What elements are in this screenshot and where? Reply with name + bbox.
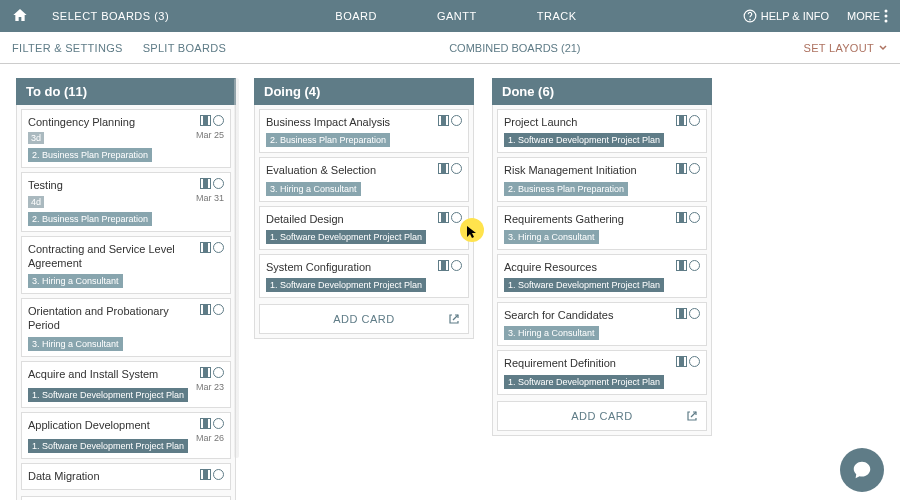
chevron-down-icon [878,43,888,53]
card-title: Contingency Planning [28,115,196,129]
card-indicators [438,115,462,126]
kanban-icon[interactable] [200,242,211,253]
kanban-icon[interactable] [438,115,449,126]
kanban-icon[interactable] [200,115,211,126]
kanban-icon[interactable] [676,356,687,367]
card[interactable]: Search for Candidates3. Hiring a Consult… [497,302,707,346]
select-boards-button[interactable]: SELECT BOARDS (3) [52,10,169,22]
tab-track[interactable]: TRACK [537,10,577,22]
column-todo: To do (11)Contingency Planning3dMar 252.… [16,78,236,500]
kanban-icon[interactable] [676,115,687,126]
add-card-button[interactable]: ADD CARD [259,304,469,334]
set-layout-button[interactable]: SET LAYOUT [804,42,888,54]
kanban-icon[interactable] [200,178,211,189]
card-indicators [676,356,700,367]
card[interactable]: Evaluation & Selection3. Hiring a Consul… [259,157,469,201]
card[interactable]: Acquire Resources1. Software Development… [497,254,707,298]
card[interactable]: Contracting and Service Level Agreement3… [21,236,231,295]
status-circle-icon[interactable] [213,418,224,429]
status-circle-icon[interactable] [689,163,700,174]
home-icon[interactable] [12,7,36,25]
card[interactable]: Detailed Design1. Software Development P… [259,206,469,250]
help-icon [743,9,757,23]
status-circle-icon[interactable] [451,163,462,174]
card[interactable]: Business Impact Analysis2. Business Plan… [259,109,469,153]
card-title: Risk Management Initiation [504,163,672,177]
more-button[interactable]: MORE [847,9,888,23]
card-title: Requirement Definition [504,356,672,370]
kanban-icon[interactable] [438,260,449,271]
card[interactable]: Testing4dMar 312. Business Plan Preparat… [21,172,231,231]
status-circle-icon[interactable] [689,260,700,271]
add-card-button[interactable]: ADD CARD [497,401,707,431]
column-body: Project Launch1. Software Development Pr… [492,105,712,436]
project-tag: 2. Business Plan Preparation [266,133,390,147]
card-indicators [200,469,224,480]
add-card-button[interactable]: ADD CARD [21,496,231,500]
status-circle-icon[interactable] [451,212,462,223]
kanban-icon[interactable] [200,367,211,378]
card[interactable]: Application DevelopmentMar 261. Software… [21,412,231,459]
project-tag: 1. Software Development Project Plan [504,278,664,292]
column-done: Done (6)Project Launch1. Software Develo… [492,78,712,436]
card[interactable]: Project Launch1. Software Development Pr… [497,109,707,153]
status-circle-icon[interactable] [213,242,224,253]
help-button[interactable]: HELP & INFO [743,9,829,23]
card-indicators [676,260,700,271]
kanban-icon[interactable] [676,308,687,319]
status-circle-icon[interactable] [689,356,700,367]
status-circle-icon[interactable] [451,115,462,126]
scrollbar[interactable] [234,78,239,458]
tab-gantt[interactable]: GANTT [437,10,477,22]
kanban-icon[interactable] [438,163,449,174]
status-circle-icon[interactable] [689,115,700,126]
card-title: Search for Candidates [504,308,672,322]
kanban-icon[interactable] [200,469,211,480]
tab-board[interactable]: BOARD [335,10,377,22]
status-circle-icon[interactable] [451,260,462,271]
card[interactable]: System Configuration1. Software Developm… [259,254,469,298]
project-tag: 1. Software Development Project Plan [28,439,188,453]
project-tag: 3. Hiring a Consultant [504,326,599,340]
kanban-icon[interactable] [676,163,687,174]
chat-icon [851,459,873,481]
status-circle-icon[interactable] [689,212,700,223]
card-indicators [676,163,700,174]
project-tag: 2. Business Plan Preparation [504,182,628,196]
card[interactable]: Data Migration [21,463,231,489]
kanban-icon[interactable] [676,212,687,223]
kanban-icon[interactable] [676,260,687,271]
card[interactable]: Risk Management Initiation2. Business Pl… [497,157,707,201]
chat-button[interactable] [840,448,884,492]
project-tag: 1. Software Development Project Plan [28,388,188,402]
kanban-icon[interactable] [200,304,211,315]
card-title: Business Impact Analysis [266,115,434,129]
card-indicators [200,304,224,315]
status-circle-icon[interactable] [213,178,224,189]
status-circle-icon[interactable] [213,115,224,126]
card-title: Data Migration [28,469,196,483]
status-circle-icon[interactable] [213,367,224,378]
status-circle-icon[interactable] [689,308,700,319]
kanban-icon[interactable] [438,212,449,223]
column-body: Contingency Planning3dMar 252. Business … [16,105,236,500]
topbar-right: HELP & INFO MORE [743,9,888,23]
duration-badge: 3d [28,132,44,144]
card-indicators [200,178,224,189]
card[interactable]: Acquire and Install SystemMar 231. Softw… [21,361,231,408]
card[interactable]: Orientation and Probationary Period3. Hi… [21,298,231,357]
card-title: Project Launch [504,115,672,129]
kanban-icon[interactable] [200,418,211,429]
card-title: Acquire Resources [504,260,672,274]
card[interactable]: Contingency Planning3dMar 252. Business … [21,109,231,168]
view-tabs: BOARD GANTT TRACK [169,10,743,22]
card[interactable]: Requirement Definition1. Software Develo… [497,350,707,394]
column-header: Done (6) [492,78,712,105]
status-circle-icon[interactable] [213,304,224,315]
card-indicators [676,212,700,223]
status-circle-icon[interactable] [213,469,224,480]
filter-settings-link[interactable]: FILTER & SETTINGS [12,42,123,54]
card[interactable]: Requirements Gathering3. Hiring a Consul… [497,206,707,250]
help-label: HELP & INFO [761,10,829,22]
split-boards-link[interactable]: SPLIT BOARDS [143,42,226,54]
